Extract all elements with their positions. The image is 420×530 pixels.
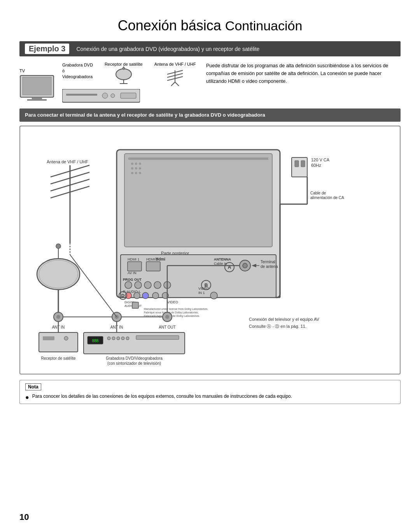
svg-rect-76 bbox=[132, 302, 138, 308]
nota-title: Nota bbox=[25, 383, 41, 390]
svg-rect-116 bbox=[136, 336, 179, 339]
svg-text:Receptor de satélite: Receptor de satélite bbox=[41, 356, 76, 360]
svg-rect-1 bbox=[23, 77, 51, 95]
svg-point-93 bbox=[56, 244, 61, 248]
svg-text:alimentación de CA: alimentación de CA bbox=[310, 196, 344, 200]
dvd-box-small-icon bbox=[62, 89, 140, 103]
svg-point-30 bbox=[135, 172, 137, 174]
svg-point-113 bbox=[117, 337, 120, 340]
svg-text:AV IN: AV IN bbox=[128, 271, 136, 275]
svg-rect-99 bbox=[43, 336, 54, 340]
svg-rect-3 bbox=[27, 99, 47, 101]
ejemplo-bar: Ejemplo 3 Conexión de una grabadora DVD … bbox=[19, 41, 401, 56]
svg-text:IN 1: IN 1 bbox=[198, 291, 205, 295]
page-number: 10 bbox=[19, 512, 29, 522]
connection-diagram-svg: 120 V CA 60Hz Cable de alimentación de C… bbox=[23, 126, 397, 374]
svg-point-111 bbox=[107, 337, 110, 340]
svg-text:(con sintonizador de televisió: (con sintonizador de televisión) bbox=[107, 361, 161, 366]
device-row: TV Grabadora DVD ó Videograbadora bbox=[19, 62, 198, 103]
ejemplo-description: Conexión de una grabadora DVD (videograb… bbox=[76, 46, 259, 52]
svg-text:Terminal: Terminal bbox=[261, 260, 275, 264]
svg-point-90 bbox=[37, 259, 80, 290]
bullet-icon: ● bbox=[25, 394, 29, 401]
svg-point-61 bbox=[144, 282, 151, 289]
svg-text:Grabadora DVD/Videograbadora: Grabadora DVD/Videograbadora bbox=[106, 356, 163, 360]
svg-point-112 bbox=[112, 337, 115, 340]
svg-text:Fabriqué sous licence de Dolby: Fabriqué sous licence de Dolby Laborator… bbox=[144, 311, 199, 314]
svg-line-13 bbox=[171, 82, 175, 86]
svg-text:Antena de VHF / UHF: Antena de VHF / UHF bbox=[47, 159, 88, 164]
device-illustration-area: TV Grabadora DVD ó Videograbadora bbox=[19, 62, 198, 103]
svg-rect-44 bbox=[128, 262, 142, 271]
svg-point-4 bbox=[116, 69, 131, 80]
svg-point-100 bbox=[64, 336, 68, 340]
svg-point-17 bbox=[102, 93, 108, 98]
satellite-dish-small-icon bbox=[114, 66, 133, 86]
device-labels-row: Grabadora DVD ó Videograbadora Receptor … bbox=[62, 62, 196, 86]
antenna-label-group: Antena de VHF / UHF bbox=[154, 62, 196, 86]
svg-text:Manufactured under license fro: Manufactured under license from Dolby La… bbox=[144, 308, 208, 311]
svg-point-68 bbox=[134, 292, 140, 299]
top-section: TV Grabadora DVD ó Videograbadora bbox=[19, 62, 401, 103]
svg-point-59 bbox=[125, 282, 132, 289]
tv-label: TV bbox=[19, 68, 25, 73]
description-text: Puede disfrutar de los programas de alta… bbox=[206, 62, 401, 85]
svg-point-115 bbox=[126, 337, 129, 340]
svg-point-25 bbox=[139, 163, 141, 165]
svg-point-70 bbox=[152, 292, 159, 299]
main-diagram: 120 V CA 60Hz Cable de alimentación de C… bbox=[19, 126, 401, 374]
receiver-label: Receptor de satélite bbox=[105, 62, 143, 66]
or-label: ó bbox=[62, 68, 65, 73]
svg-text:PROG OUT: PROG OUT bbox=[123, 278, 142, 282]
svg-rect-33 bbox=[295, 161, 299, 167]
svg-text:60Hz: 60Hz bbox=[311, 163, 321, 168]
svg-text:Conexión del televisor y el eq: Conexión del televisor y el equipo AV bbox=[249, 317, 319, 322]
svg-point-18 bbox=[111, 94, 115, 98]
dvd-satellite-group: Grabadora DVD ó Videograbadora Receptor … bbox=[62, 62, 196, 103]
svg-text:ANT OUT: ANT OUT bbox=[159, 325, 176, 329]
svg-point-28 bbox=[139, 167, 141, 170]
page-title: Conexión básica Continuación bbox=[19, 12, 401, 35]
svg-text:120 V CA: 120 V CA bbox=[311, 157, 330, 162]
svg-line-14 bbox=[175, 82, 179, 86]
svg-point-106 bbox=[165, 315, 169, 319]
svg-text:VIDEO: VIDEO bbox=[167, 300, 178, 304]
svg-text:HDMI 1: HDMI 1 bbox=[128, 257, 140, 261]
svg-point-26 bbox=[131, 167, 133, 170]
svg-rect-19 bbox=[121, 93, 136, 98]
nota-bullet: ● Para conocer los detalles de las conex… bbox=[25, 394, 395, 401]
svg-point-60 bbox=[135, 282, 142, 289]
title-sub: Continuación bbox=[225, 18, 302, 33]
svg-rect-32 bbox=[292, 157, 307, 177]
svg-point-62 bbox=[154, 282, 161, 289]
svg-point-29 bbox=[131, 172, 133, 174]
svg-point-24 bbox=[135, 163, 137, 165]
connection-header: Para conectar el terminal de la antena y… bbox=[19, 108, 401, 122]
nota-section: Nota ● Para conocer los detalles de las … bbox=[19, 380, 401, 404]
svg-text:Hdmi: Hdmi bbox=[156, 257, 165, 261]
svg-rect-98 bbox=[39, 332, 78, 352]
svg-point-114 bbox=[121, 337, 124, 340]
dvd-label: Grabadora DVD bbox=[62, 63, 93, 67]
title-main: Conexión básica bbox=[118, 17, 225, 33]
svg-text:VIDEO: VIDEO bbox=[198, 287, 209, 290]
svg-text:de antena: de antena bbox=[261, 264, 278, 269]
svg-text:Consulte  Ⓐ -  Ⓓ  en la pág. 1: Consulte Ⓐ - Ⓓ en la pág. 11. bbox=[249, 324, 306, 329]
svg-rect-48 bbox=[146, 262, 160, 271]
tv-device: TV bbox=[19, 68, 54, 103]
ejemplo-label: Ejemplo 3 bbox=[25, 44, 69, 54]
svg-point-52 bbox=[243, 263, 247, 268]
svg-point-27 bbox=[135, 167, 137, 170]
vcr-label: Videograbadora bbox=[62, 74, 93, 79]
svg-point-23 bbox=[131, 163, 133, 165]
antenna-small-icon bbox=[163, 66, 187, 86]
svg-rect-16 bbox=[66, 94, 97, 96]
svg-point-31 bbox=[139, 172, 141, 174]
svg-text:ANTENNA: ANTENNA bbox=[214, 257, 231, 261]
svg-rect-21 bbox=[124, 154, 272, 247]
svg-text:888: 888 bbox=[92, 339, 99, 343]
svg-point-6 bbox=[122, 67, 125, 70]
nota-text: Para conocer los detalles de las conexio… bbox=[32, 394, 292, 399]
svg-text:Cable de: Cable de bbox=[310, 191, 326, 195]
tv-icon bbox=[19, 74, 54, 103]
